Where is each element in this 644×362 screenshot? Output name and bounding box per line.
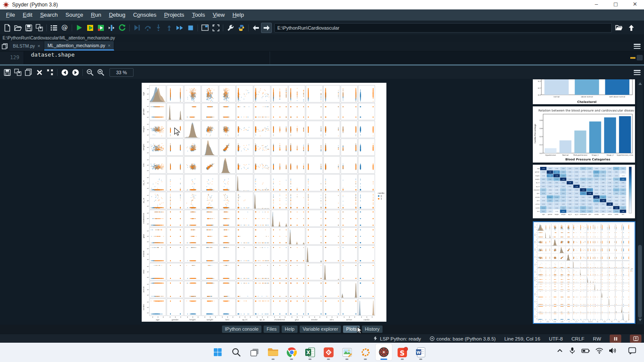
- thumbnail-pairplot-selected[interactable]: [533, 221, 635, 324]
- pane-tab-files[interactable]: Files: [264, 326, 279, 333]
- plots-pane: [0, 79, 644, 325]
- menu-file[interactable]: File: [2, 9, 19, 21]
- save-all-plots-icon[interactable]: [12, 67, 23, 78]
- browse-tabs-icon[interactable]: [0, 42, 9, 51]
- preferences-icon[interactable]: [225, 23, 236, 33]
- back-icon[interactable]: [250, 23, 261, 33]
- tray-microphone-icon[interactable]: [569, 347, 576, 356]
- maximize-pane-icon[interactable]: [200, 23, 210, 33]
- menu-search[interactable]: Search: [36, 9, 61, 21]
- plots-options-menu[interactable]: [634, 70, 641, 75]
- editor-options-menu[interactable]: [634, 44, 641, 49]
- thumbnail-cholesterol-chart[interactable]: [533, 79, 635, 104]
- previous-plot-icon[interactable]: [59, 67, 70, 78]
- tray-battery-icon[interactable]: [581, 348, 590, 356]
- zoom-out-icon[interactable]: [85, 67, 95, 78]
- editor-scroll-widget[interactable]: [637, 55, 643, 60]
- taskbar-search-icon[interactable]: [228, 344, 244, 360]
- menu-tools[interactable]: Tools: [188, 9, 209, 21]
- debug-continue-icon[interactable]: [131, 23, 142, 33]
- copy-plot-icon[interactable]: [23, 67, 34, 78]
- pairplot-figure[interactable]: [142, 83, 386, 322]
- debug-step-over-icon[interactable]: [142, 23, 153, 33]
- minimize-button[interactable]: –: [589, 0, 604, 9]
- menu-edit[interactable]: Edit: [19, 9, 36, 21]
- debug-fast-forward-icon[interactable]: [174, 23, 185, 33]
- pane-tab-help[interactable]: Help: [282, 326, 298, 333]
- taskbar-word-icon[interactable]: W: [413, 344, 429, 360]
- run-cell-advance-icon[interactable]: [95, 23, 106, 33]
- close-button[interactable]: ✕: [628, 0, 642, 9]
- debug-step-into-icon[interactable]: [153, 23, 164, 33]
- lsp-icon: [373, 336, 378, 341]
- open-file-icon[interactable]: [12, 23, 23, 33]
- thumbnail-bloodpressure-chart[interactable]: [533, 106, 635, 163]
- forward-icon[interactable]: [261, 23, 272, 33]
- menu-help[interactable]: Help: [228, 9, 248, 21]
- pane-tab-plots[interactable]: Plots: [343, 326, 359, 333]
- editor-pane[interactable]: 129 dataset.shape: [0, 51, 644, 64]
- menu-run[interactable]: Run: [87, 9, 105, 21]
- close-plot-icon[interactable]: [34, 67, 45, 78]
- find-symbols-icon[interactable]: @: [59, 23, 70, 33]
- scroll-up-icon[interactable]: [638, 82, 642, 85]
- tab-close-icon[interactable]: ×: [37, 43, 40, 48]
- tray-tray-expand-icon[interactable]: [556, 347, 563, 356]
- new-file-icon[interactable]: [2, 23, 12, 33]
- interpreter-status[interactable]: conda: base (Python 3.8.5): [430, 336, 496, 341]
- editor-tab-bilstm-py[interactable]: BiLSTM.py×: [9, 41, 44, 51]
- debug-stop-icon[interactable]: [185, 23, 196, 33]
- plot-zoom-level[interactable]: 33 %: [109, 68, 134, 77]
- taskbar-image-viewer-icon[interactable]: [339, 344, 355, 360]
- editor-tab-ml_attention_mechanism-py[interactable]: ML_attention_mechanism.py×: [44, 41, 115, 51]
- save-icon[interactable]: [23, 23, 34, 33]
- working-directory-input[interactable]: E:\PythonRun\Cardiovascular: [274, 23, 612, 33]
- save-plot-icon[interactable]: [2, 67, 12, 78]
- zoom-in-icon[interactable]: [95, 67, 106, 78]
- scrollbar-thumb[interactable]: [638, 245, 642, 318]
- pythonpath-icon[interactable]: [236, 23, 246, 33]
- fullscreen-icon[interactable]: [210, 23, 221, 33]
- tab-close-icon[interactable]: ×: [108, 43, 110, 48]
- menu-projects[interactable]: Projects: [160, 9, 188, 21]
- run-cell-icon[interactable]: [85, 23, 95, 33]
- taskbar-spyder-icon[interactable]: [376, 344, 392, 360]
- taskbar-meeting-icon[interactable]: [320, 344, 337, 360]
- menu-view[interactable]: View: [209, 9, 228, 21]
- menu-debug[interactable]: Debug: [105, 9, 129, 21]
- cursor-position: Line 259, Col 16: [504, 336, 541, 341]
- pane-tab-ipython-console[interactable]: IPython console: [222, 326, 261, 333]
- code-line[interactable]: dataset.shape: [31, 51, 75, 64]
- taskbar-excel-icon[interactable]: X: [302, 344, 318, 360]
- recorder-camera-button[interactable]: [630, 335, 641, 343]
- tray-chat-icon[interactable]: [628, 347, 636, 356]
- save-all-icon[interactable]: [34, 23, 45, 33]
- pane-tab-variable-explorer[interactable]: Variable explorer: [300, 326, 341, 333]
- taskbar-start-icon[interactable]: [210, 344, 226, 360]
- thumbnails-scrollbar[interactable]: [637, 79, 643, 324]
- lsp-status: LSP Python: ready: [373, 336, 421, 341]
- outline-icon[interactable]: [49, 23, 59, 33]
- taskbar-sunlogin-icon[interactable]: S: [394, 344, 410, 360]
- run-file-icon[interactable]: [74, 23, 85, 33]
- open-dir-icon[interactable]: [614, 23, 624, 33]
- pane-tab-history[interactable]: History: [362, 326, 383, 333]
- taskbar-sync-icon[interactable]: [357, 344, 374, 360]
- parent-dir-icon[interactable]: [626, 23, 637, 33]
- close-all-plots-icon[interactable]: [45, 67, 55, 78]
- run-selection-icon[interactable]: [106, 23, 117, 33]
- taskbar-chrome-icon[interactable]: [283, 344, 300, 360]
- scroll-down-icon[interactable]: [638, 319, 642, 321]
- tray-volume-icon[interactable]: [609, 347, 617, 356]
- next-plot-icon[interactable]: [70, 67, 81, 78]
- menu-source[interactable]: Source: [62, 9, 87, 21]
- debug-step-out-icon[interactable]: [164, 23, 174, 33]
- tray-wifi-icon[interactable]: [595, 348, 603, 356]
- maximize-button[interactable]: ◻: [608, 0, 623, 9]
- rerun-cell-icon[interactable]: [117, 23, 128, 33]
- menu-consoles[interactable]: Consoles: [129, 9, 160, 21]
- taskbar-file-explorer-icon[interactable]: [265, 344, 281, 360]
- recorder-pause-button[interactable]: [610, 335, 621, 343]
- thumbnail-correlation-heatmap[interactable]: [533, 165, 635, 218]
- taskbar-task-view-icon[interactable]: [246, 344, 263, 360]
